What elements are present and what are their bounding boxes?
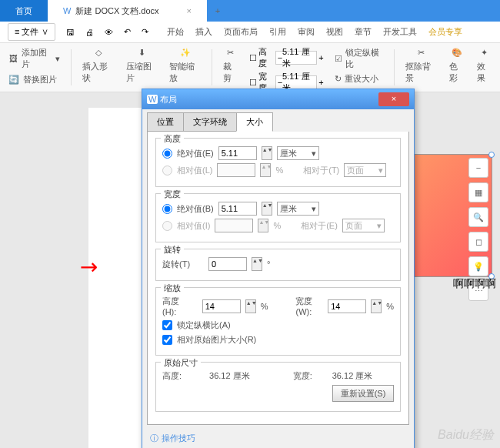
reset-size-button[interactable]: ↻ 重设大小 <box>333 72 385 85</box>
spinner-icon[interactable]: ▲▼ <box>371 299 382 313</box>
width-unit-select[interactable]: 厘米▾ <box>277 202 319 216</box>
tab-start[interactable]: 开始 <box>167 25 184 39</box>
spinner-icon[interactable]: ▲▼ <box>262 146 272 160</box>
minus-icon[interactable]: − <box>468 158 488 178</box>
tab-position[interactable]: 位置 <box>147 112 184 132</box>
spinner-icon[interactable]: ▲▼ <box>262 202 272 216</box>
side-text: 啊啊啊啊 <box>453 277 496 291</box>
layout-dialog: W 布局 × 位置 文字环绕 大小 高度 绝对值(E)▲▼厘米▾ 相对值(L)▲… <box>142 89 415 448</box>
ribbon: 🖼添加图片▾ 🔄替换图片 ◇插入形状 ⬇压缩图片 ✨智能缩放 ✂裁剪 ☐ 高度 … <box>0 43 500 92</box>
abs-width-radio[interactable] <box>162 204 172 214</box>
spinner-icon[interactable]: ▲▼ <box>252 257 262 271</box>
bulb-icon[interactable]: 💡 <box>468 256 488 276</box>
abs-width-input[interactable] <box>218 202 257 216</box>
scale-w-input[interactable] <box>328 299 366 313</box>
ribbon-tabs: 开始 插入 页面布局 引用 审阅 视图 章节 开发工具 会员专享 <box>167 25 462 39</box>
zoom-icon[interactable]: 🔍 <box>468 207 488 227</box>
tips-link[interactable]: ⓘ 操作技巧 <box>142 430 414 447</box>
lock-ratio-checkbox[interactable]: ☑ 锁定纵横比 <box>333 46 385 71</box>
tab-insert[interactable]: 插入 <box>195 25 212 39</box>
add-picture-button[interactable]: 🖼添加图片▾ <box>6 46 62 71</box>
height-spinner[interactable]: ☐ 高度 − 5.11 厘米 + <box>249 46 324 69</box>
reset-button[interactable]: 重新设置(S) <box>332 385 394 402</box>
insert-shape-button[interactable]: ◇插入形状 <box>81 46 115 85</box>
menubar: ≡ 文件 ∨ 🖫 🖨 👁 ↶ ↷ 开始 插入 页面布局 引用 审阅 视图 章节 … <box>0 22 500 43</box>
crop-tool-icon[interactable]: ◻ <box>468 232 488 252</box>
smart-scale-button[interactable]: ✨智能缩放 <box>168 46 202 85</box>
tab-review[interactable]: 审阅 <box>298 25 315 39</box>
close-icon[interactable]: × <box>187 6 192 15</box>
dialog-body: 高度 绝对值(E)▲▼厘米▾ 相对值(L)▲▼%相对于(T)页面▾ 宽度 绝对值… <box>147 132 409 425</box>
print-icon[interactable]: 🖨 <box>85 28 94 37</box>
rel-width-input <box>215 219 253 232</box>
app-tabbar: 首页 W新建 DOCX 文档.docx× + <box>0 0 500 22</box>
dialog-tabs: 位置 文字环绕 大小 <box>142 109 414 132</box>
layout-icon[interactable]: ▦ <box>468 182 488 202</box>
spinner-icon[interactable]: ▲▼ <box>245 299 256 313</box>
crop-button[interactable]: ✂裁剪 <box>222 46 240 85</box>
dialog-close-button[interactable]: × <box>378 92 409 106</box>
height-unit-select[interactable]: 厘米▾ <box>277 146 319 160</box>
rel-width-radio <box>162 221 172 231</box>
tab-section[interactable]: 章节 <box>355 25 372 39</box>
tab-ref[interactable]: 引用 <box>269 25 286 39</box>
color-button[interactable]: 🎨色彩 <box>448 46 466 85</box>
tab-home[interactable]: 首页 <box>0 0 48 22</box>
scale-h-input[interactable] <box>202 299 241 313</box>
new-tab-button[interactable]: + <box>207 6 228 15</box>
scale-group: 缩放 高度(H):▲▼%宽度(W):▲▼% 锁定纵横比(A) 相对原始图片大小(… <box>155 287 401 356</box>
replace-picture-button[interactable]: 🔄替换图片 <box>6 72 62 86</box>
compress-button[interactable]: ⬇压缩图片 <box>125 46 159 85</box>
abs-height-input[interactable] <box>218 146 257 160</box>
rel-height-input <box>217 163 255 177</box>
rel-orig-checkbox[interactable] <box>162 335 172 345</box>
original-size-group: 原始尺寸 高度:36.12 厘米宽度:36.12 厘米 重新设置(S) <box>155 362 401 412</box>
tab-wrap[interactable]: 文字环绕 <box>183 112 237 132</box>
menu-button[interactable]: ≡ 文件 ∨ <box>8 23 55 41</box>
tab-layout[interactable]: 页面布局 <box>224 25 258 39</box>
save-icon[interactable]: 🖫 <box>66 28 75 37</box>
tab-document[interactable]: W新建 DOCX 文档.docx× <box>48 0 207 22</box>
remove-bg-button[interactable]: ✂抠除背景 <box>404 46 438 85</box>
preview-icon[interactable]: 👁 <box>105 28 113 37</box>
tab-dev[interactable]: 开发工具 <box>383 25 417 39</box>
redo-icon[interactable]: ↷ <box>142 27 148 37</box>
tab-size[interactable]: 大小 <box>236 112 273 132</box>
dialog-titlebar[interactable]: W 布局 × <box>142 89 414 109</box>
abs-height-radio[interactable] <box>162 149 172 159</box>
rotate-input[interactable] <box>208 257 247 271</box>
width-group: 宽度 绝对值(B)▲▼厘米▾ 相对值(I)▲▼%相对于(E)页面▾ <box>155 193 401 242</box>
undo-icon[interactable]: ↶ <box>124 27 131 37</box>
rotate-group: 旋转 旋转(T)▲▼° <box>155 249 401 281</box>
watermark: Baidu经验 <box>438 427 494 443</box>
tab-view[interactable]: 视图 <box>326 25 343 39</box>
tab-vip[interactable]: 会员专享 <box>428 25 462 39</box>
height-group: 高度 绝对值(E)▲▼厘米▾ 相对值(L)▲▼%相对于(T)页面▾ <box>155 138 401 187</box>
rel-height-radio <box>162 165 172 176</box>
effect-button[interactable]: ✦效果 <box>475 46 494 85</box>
lock-ratio-checkbox[interactable] <box>162 320 172 330</box>
